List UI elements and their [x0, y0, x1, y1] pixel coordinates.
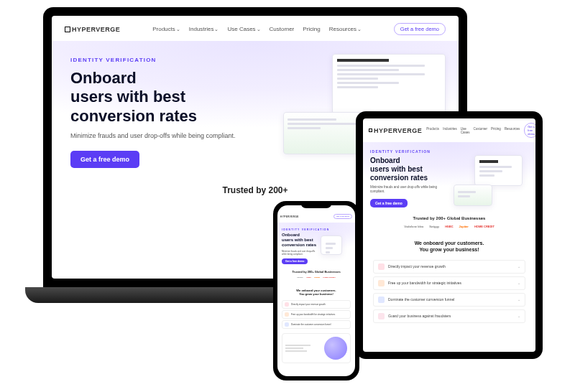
partner-logos: Swiggy HSBC Jupiter HOME CREDIT: [277, 275, 355, 286]
phone-page: HYPERVERGE Get a free demo IDENTITY VERI…: [277, 205, 355, 376]
hero-mock-cards: [454, 155, 523, 206]
feature-item[interactable]: Free up your bandwidth for strategic ini…: [282, 310, 351, 319]
phone-notch: [300, 201, 332, 208]
onboard-heading: We onboard your customers.You grow your …: [363, 235, 535, 257]
feature-icon: [285, 322, 289, 327]
feature-icon: [378, 280, 385, 286]
chevron-down-icon: ⌄: [518, 314, 520, 318]
globe-card: [282, 333, 351, 363]
nav-demo-button[interactable]: Get a free demo: [524, 123, 535, 138]
feature-item[interactable]: Free up your bandwidth for strategic ini…: [373, 276, 525, 290]
partner-logo: HSBC: [306, 276, 311, 279]
tablet-device: HYPERVERGE Products Industries Use Cases…: [356, 111, 543, 359]
nav-industries[interactable]: Industries: [443, 127, 457, 134]
chevron-down-icon: ⌄: [518, 264, 520, 269]
feature-icon: [285, 302, 289, 307]
hero-sub: Minimize frauds and user drop-offs while…: [70, 131, 262, 141]
feature-item[interactable]: Guard your business against fraudsters⌄: [373, 309, 525, 323]
hero: IDENTITY VERIFICATION Onboardusers with …: [363, 142, 535, 210]
brand-logo[interactable]: HYPERVERGE: [369, 127, 422, 134]
mock-card: [332, 54, 446, 114]
tablet-page: HYPERVERGE Products Industries Use Cases…: [363, 118, 535, 352]
brand-text: HYPERVERGE: [72, 26, 120, 33]
nav-demo-button[interactable]: Get a free demo: [334, 214, 352, 219]
nav-products[interactable]: Products: [426, 127, 439, 134]
feature-icon: [378, 263, 385, 270]
nav-pricing[interactable]: Pricing: [491, 127, 501, 134]
feature-item[interactable]: Directly impact your revenue growth: [282, 300, 351, 309]
nav-products[interactable]: Products: [152, 26, 180, 32]
hero-cta-button[interactable]: Get a free demo: [370, 199, 408, 207]
top-nav: HYPERVERGE Products Industries Use Cases…: [363, 118, 535, 142]
brand-logo[interactable]: HYPERVERGE: [65, 26, 120, 33]
nav-pricing[interactable]: Pricing: [303, 26, 320, 32]
hero-headline: Onboardusers with bestconversion rates: [370, 157, 457, 182]
nav-customer[interactable]: Customer: [473, 127, 487, 134]
globe-icon: [324, 337, 347, 360]
hero-sub: Minimize frauds and user drop-offs while…: [370, 185, 452, 195]
hero-eyebrow: IDENTITY VERIFICATION: [370, 149, 528, 154]
partner-logo: Vodafone Idea: [404, 225, 423, 228]
nav-demo-button[interactable]: Get a free demo: [394, 23, 446, 35]
feature-item[interactable]: Directly impact your revenue growth⌄: [373, 260, 525, 274]
partner-logos: Vodafone Idea Swiggy HSBC Jupiter HOME C…: [363, 223, 535, 235]
nav-customer[interactable]: Customer: [270, 26, 295, 32]
nav-resources[interactable]: Resources: [505, 127, 520, 134]
hero-headline: Onboard users with best conversion rates: [70, 69, 277, 126]
nav-resources[interactable]: Resources: [329, 26, 362, 32]
nav-usecases[interactable]: Use Cases: [461, 127, 470, 134]
partner-logo: Swiggy: [297, 276, 303, 279]
feature-icon: [285, 312, 289, 317]
chevron-down-icon: ⌄: [518, 297, 520, 302]
feature-icon: [378, 313, 385, 319]
partner-logo: HOME CREDIT: [323, 276, 336, 279]
nav-industries[interactable]: Industries: [189, 26, 219, 32]
nav-usecases[interactable]: Use Cases: [227, 26, 260, 32]
feature-icon: [378, 297, 385, 303]
hero-eyebrow: IDENTITY VERIFICATION: [282, 228, 351, 231]
partner-logo: Swiggy: [429, 225, 439, 228]
trusted-heading: Trusted by 200+ Global Businesses: [363, 210, 535, 223]
hero: IDENTITY VERIFICATION Onboardusers with …: [277, 223, 355, 266]
feature-item[interactable]: Dominate the customer conversion funnel⌄: [373, 293, 525, 307]
partner-logo: HOME CREDIT: [474, 225, 494, 228]
feature-item[interactable]: Dominate the customer conversion funnel: [282, 320, 351, 329]
hero-mock-cards: [311, 235, 342, 269]
feature-list: Directly impact your revenue growth Free…: [277, 299, 355, 330]
feature-list: Directly impact your revenue growth⌄ Fre…: [363, 257, 535, 326]
hero-cta-button[interactable]: Get a free demo: [70, 151, 139, 168]
partner-logo: Jupiter: [314, 276, 320, 279]
partner-logo: HSBC: [445, 225, 453, 228]
brand-logo[interactable]: HYPERVERGE: [280, 215, 299, 218]
partner-logo: Jupiter: [459, 225, 469, 228]
onboard-heading: We onboard your customers.You grow your …: [277, 286, 355, 299]
phone-device: HYPERVERGE Get a free demo IDENTITY VERI…: [273, 201, 359, 381]
hero-cta-button[interactable]: Get a free demo: [282, 258, 308, 264]
top-nav: HYPERVERGE Products Industries Use Cases…: [52, 16, 459, 41]
chevron-down-icon: ⌄: [518, 281, 520, 285]
